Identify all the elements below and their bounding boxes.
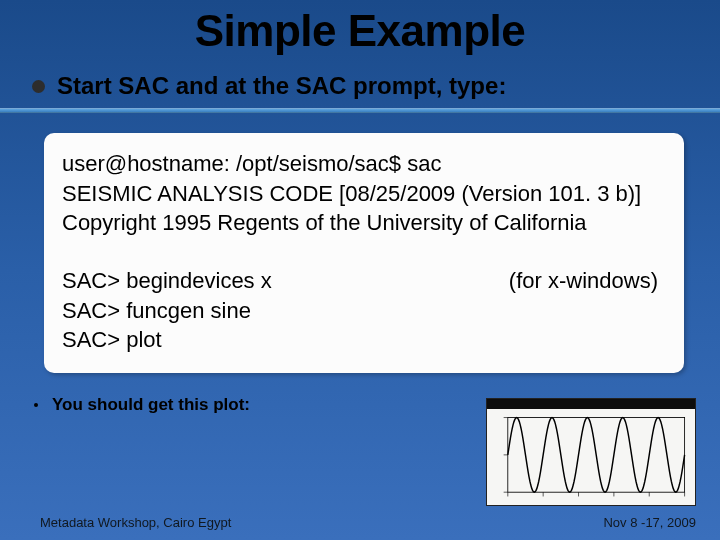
slide-title: Simple Example bbox=[0, 6, 720, 56]
divider-line bbox=[0, 108, 720, 113]
cmd-begindevices: SAC> begindevices x bbox=[62, 266, 272, 296]
sub-bullet-text: You should get this plot: bbox=[52, 395, 250, 415]
footer-left: Metadata Workshop, Cairo Egypt bbox=[40, 515, 231, 530]
plot-window-titlebar bbox=[487, 399, 695, 409]
slide-footer: Metadata Workshop, Cairo Egypt Nov 8 -17… bbox=[0, 515, 720, 530]
main-bullet-text: Start SAC and at the SAC prompt, type: bbox=[57, 72, 506, 100]
terminal-box: user@hostname: /opt/seismo/sac$ sac SEIS… bbox=[44, 133, 684, 373]
command-annotation: (for x-windows) bbox=[509, 266, 666, 296]
main-bullet: Start SAC and at the SAC prompt, type: bbox=[32, 72, 720, 100]
bullet-icon bbox=[32, 80, 45, 93]
cmd-plot: SAC> plot bbox=[62, 325, 272, 355]
sub-bullet-icon bbox=[34, 403, 38, 407]
terminal-prompt: user@hostname: /opt/seismo/sac$ sac bbox=[62, 149, 666, 179]
plot-thumbnail bbox=[486, 398, 696, 506]
cmd-funcgen: SAC> funcgen sine bbox=[62, 296, 272, 326]
terminal-banner-2: Copyright 1995 Regents of the University… bbox=[62, 208, 666, 238]
command-column: SAC> begindevices x SAC> funcgen sine SA… bbox=[62, 266, 272, 355]
sine-plot bbox=[487, 409, 695, 505]
footer-right: Nov 8 -17, 2009 bbox=[603, 515, 696, 530]
terminal-banner-1: SEISMIC ANALYSIS CODE [08/25/2009 (Versi… bbox=[62, 179, 666, 209]
command-block: SAC> begindevices x SAC> funcgen sine SA… bbox=[62, 266, 666, 355]
